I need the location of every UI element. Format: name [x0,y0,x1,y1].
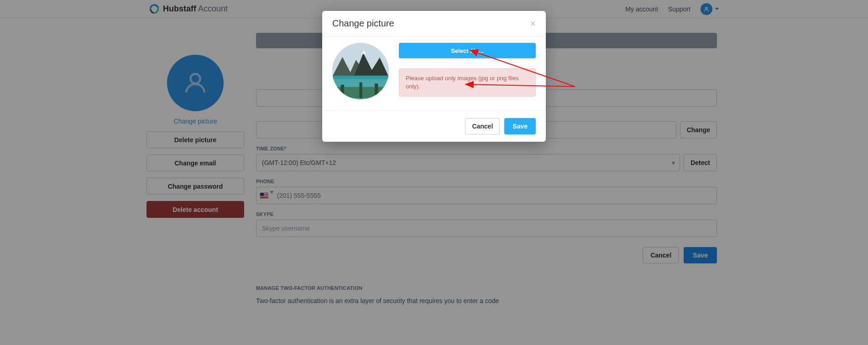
svg-rect-11 [375,83,378,98]
svg-rect-7 [332,76,389,79]
svg-rect-10 [360,82,362,98]
picture-preview [332,43,389,99]
modal-title: Change picture [332,18,394,29]
upload-error-message: Please upload only images (jpg or png fi… [399,68,536,97]
modal-overlay: Change picture × [0,0,868,345]
modal-close-button[interactable]: × [530,19,536,29]
svg-rect-9 [341,85,344,98]
change-picture-modal: Change picture × [322,11,546,142]
close-icon: × [530,18,536,29]
modal-cancel-button[interactable]: Cancel [465,118,500,134]
select-file-button[interactable]: Select file... [399,43,536,58]
modal-save-button[interactable]: Save [504,118,536,134]
